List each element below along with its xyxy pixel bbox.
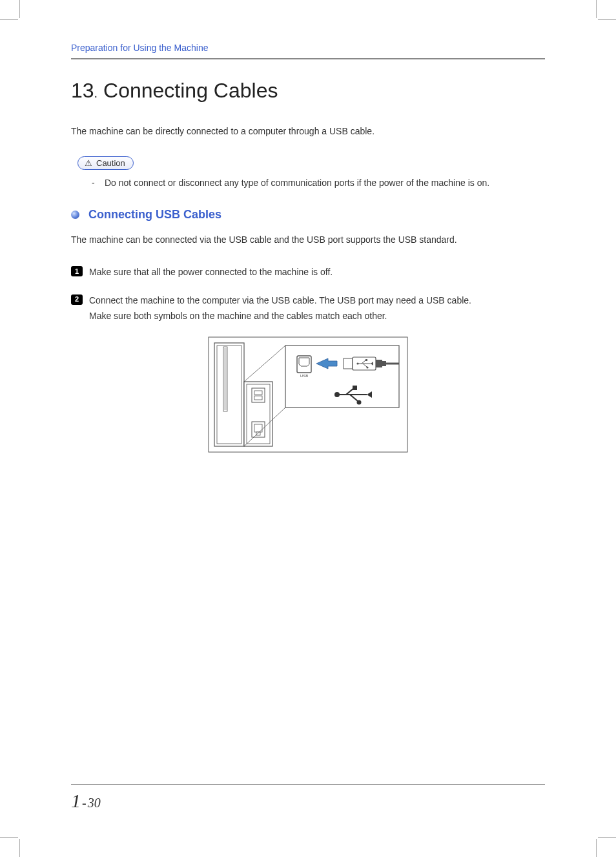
crop-mark: [598, 837, 616, 838]
step-item: 2 Connect the machine to the computer vi…: [71, 293, 545, 324]
caution-badge: ⚠ Caution: [77, 156, 134, 170]
page-separator: -: [81, 796, 88, 810]
step-item: 1 Make sure that all the power connected…: [71, 265, 545, 280]
page-header: Preparation for Using the Machine: [71, 39, 545, 59]
step-text: Make sure that all the power connected t…: [89, 265, 333, 280]
svg-rect-29: [376, 360, 382, 367]
step-text: Connect the machine to the computer via …: [89, 293, 471, 324]
caution-label: Caution: [96, 158, 125, 168]
section-heading: 13. Connecting Cables: [71, 79, 545, 103]
crop-mark: [0, 837, 18, 838]
breadcrumb: Preparation for Using the Machine: [71, 43, 545, 58]
usb-connection-diagram: USB: [208, 336, 408, 453]
intro-paragraph: The machine can be directly connected to…: [71, 125, 545, 138]
crop-mark: [19, 839, 20, 857]
svg-rect-8: [252, 388, 265, 402]
document-page: Preparation for Using the Machine 13. Co…: [0, 0, 616, 857]
crop-mark: [598, 19, 616, 20]
section-number-value: 13: [71, 79, 94, 102]
svg-line-15: [244, 346, 285, 382]
caution-block: ⚠ Caution - Do not connect or disconnect…: [71, 156, 545, 190]
svg-point-27: [366, 367, 368, 369]
warning-icon: ⚠: [85, 159, 92, 167]
header-rule: [71, 58, 545, 59]
figure-container: USB: [71, 336, 545, 453]
subsection-title: Connecting USB Cables: [88, 208, 221, 222]
svg-rect-9: [254, 391, 262, 395]
step-number-badge: 1: [71, 266, 83, 276]
section-number-dot: .: [94, 86, 98, 100]
crop-mark: [596, 0, 597, 18]
step-text-line2: Make sure both symbols on the machine an…: [89, 309, 471, 324]
crop-mark: [596, 839, 597, 857]
svg-text:USB: USB: [300, 374, 308, 378]
caution-text: Do not connect or disconnect any type of…: [105, 176, 489, 190]
svg-rect-12: [254, 424, 262, 432]
subsection-intro: The machine can be connected via the USB…: [71, 233, 545, 247]
svg-rect-1: [214, 343, 244, 446]
section-title: Connecting Cables: [103, 79, 278, 102]
subsection-heading: Connecting USB Cables: [71, 208, 545, 222]
svg-rect-25: [365, 359, 367, 361]
svg-point-38: [357, 400, 362, 405]
step-number-badge: 2: [71, 294, 83, 305]
chapter-number: 1: [71, 790, 81, 811]
page-footer: 1-30: [71, 784, 545, 812]
crop-mark: [19, 0, 20, 18]
svg-rect-10: [254, 396, 262, 400]
bullet-icon: [71, 211, 79, 219]
svg-rect-13: [256, 432, 260, 435]
page-value: 30: [88, 796, 101, 810]
crop-mark: [0, 19, 18, 20]
svg-rect-36: [353, 386, 357, 390]
svg-rect-20: [344, 358, 353, 369]
svg-rect-30: [382, 361, 386, 366]
caution-bullet: -: [89, 176, 105, 190]
page-number: 1-30: [71, 785, 545, 812]
step-text-line1: Connect the machine to the computer via …: [89, 295, 471, 305]
section-number: 13.: [71, 79, 103, 102]
caution-item: - Do not connect or disconnect any type …: [89, 176, 545, 190]
